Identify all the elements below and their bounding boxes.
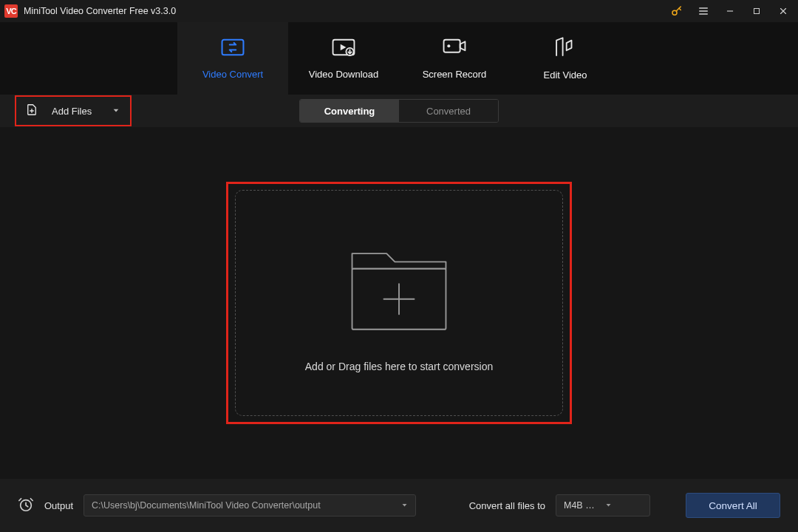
subtab-converting[interactable]: Converting [300, 100, 399, 122]
convert-all-button[interactable]: Convert All [686, 493, 780, 518]
nav-tab-screen-record[interactable]: Screen Record [399, 22, 510, 95]
highlight-dropzone: Add or Drag files here to start conversi… [226, 182, 572, 424]
minimize-icon[interactable] [720, 4, 740, 18]
bottombar: Output C:\Users\bj\Documents\MiniTool Vi… [0, 479, 798, 532]
titlebar: VC MiniTool Video Converter Free v3.3.0 [0, 0, 798, 22]
dropzone-hint: Add or Drag files here to start conversi… [305, 361, 493, 372]
svg-rect-8 [222, 40, 244, 55]
convert-icon [220, 37, 245, 60]
svg-marker-24 [607, 504, 611, 506]
nav-tab-video-download[interactable]: Video Download [288, 22, 399, 95]
subtabs: Converting Converted [299, 99, 499, 123]
dropzone[interactable]: Add or Drag files here to start conversi… [235, 190, 563, 416]
app-title: MiniTool Video Converter Free v3.3.0 [24, 6, 176, 16]
main-area: Add or Drag files here to start conversi… [0, 127, 798, 479]
add-file-icon [25, 103, 38, 119]
subtab-converted[interactable]: Converted [399, 100, 498, 122]
convert-all-format-label: Convert all files to [469, 500, 545, 511]
svg-marker-23 [403, 504, 407, 506]
edit-icon [553, 36, 578, 61]
output-path-select[interactable]: C:\Users\bj\Documents\MiniTool Video Con… [83, 494, 416, 516]
nav-tab-label: Video Download [309, 69, 378, 80]
add-files-button[interactable]: Add Files [15, 99, 130, 123]
record-icon [442, 37, 467, 60]
chevron-down-icon [605, 500, 642, 511]
svg-marker-13 [460, 41, 466, 50]
svg-rect-5 [754, 9, 760, 14]
nav-tab-video-convert[interactable]: Video Convert [177, 22, 288, 95]
clock-icon[interactable] [18, 497, 34, 515]
add-files-label: Add Files [52, 106, 92, 117]
nav-tab-label: Edit Video [543, 69, 587, 81]
chevron-down-icon [112, 106, 120, 117]
chevron-down-icon [401, 500, 408, 511]
maximize-icon[interactable] [746, 4, 767, 18]
app-window: VC MiniTool Video Converter Free v3.3.0 [0, 0, 798, 532]
folder-plus-icon [344, 234, 454, 340]
svg-marker-15 [567, 41, 572, 51]
toolbar: Add Files Converting Converted [0, 95, 798, 127]
svg-marker-10 [341, 44, 347, 51]
activate-key-icon[interactable] [666, 4, 687, 18]
output-format-select[interactable]: M4B Medium Qu [556, 494, 650, 516]
svg-point-14 [447, 44, 450, 47]
nav-tab-label: Screen Record [423, 69, 487, 80]
nav-tab-edit-video[interactable]: Edit Video [510, 22, 621, 95]
svg-rect-12 [444, 40, 460, 52]
output-format-value: M4B Medium Qu [564, 500, 601, 511]
download-icon [331, 37, 356, 60]
app-logo: VC [4, 4, 18, 18]
menu-icon[interactable] [693, 4, 714, 18]
nav-tab-label: Video Convert [202, 69, 263, 80]
close-icon[interactable] [773, 4, 794, 18]
main-nav: Video Convert Video Download [0, 22, 798, 95]
output-path-text: C:\Users\bj\Documents\MiniTool Video Con… [92, 500, 395, 511]
output-label: Output [44, 500, 73, 511]
svg-marker-18 [114, 109, 119, 112]
